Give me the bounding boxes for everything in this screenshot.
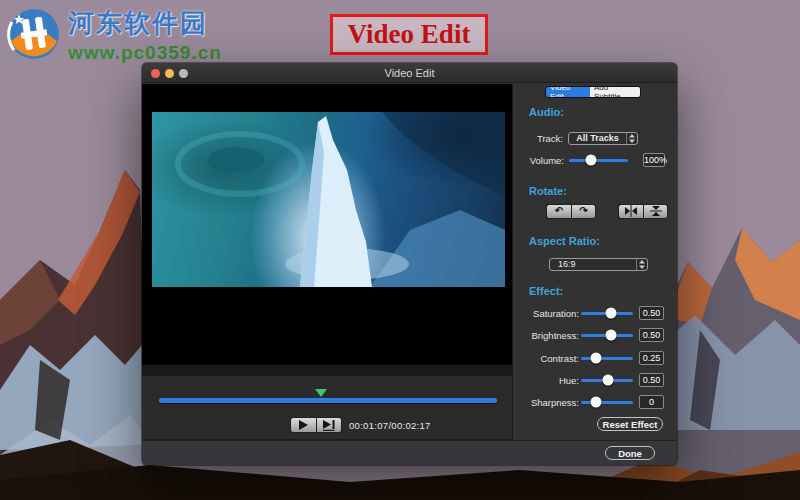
play-icon [299,420,308,430]
hue-label: Hue: [514,375,579,386]
site-name: 河东软件园 [68,6,222,41]
saturation-label: Saturation: [514,308,579,319]
effect-heading: Effect: [529,285,563,297]
stepper-arrows-icon [626,133,637,144]
aspect-ratio-value: 16:9 [550,259,636,269]
aspect-ratio-select[interactable]: 16:9 [549,258,648,271]
volume-slider-thumb[interactable] [585,155,596,166]
aspect-ratio-heading: Aspect Ratio: [529,235,600,247]
brightness-slider-thumb[interactable] [605,330,616,341]
saturation-value: 0.50 [639,306,664,320]
title-bar[interactable]: Video Edit [142,63,677,83]
contrast-slider-thumb[interactable] [590,353,601,364]
timeline-bar[interactable] [159,398,497,403]
hue-slider-thumb[interactable] [603,375,614,386]
brightness-value: 0.50 [639,328,664,342]
play-button[interactable] [290,417,316,433]
flip-vertical-icon [650,205,662,217]
flip-vertical-button[interactable] [643,204,668,219]
site-logo-icon [6,6,62,62]
track-select[interactable]: All Tracks [568,132,638,145]
contrast-value: 0.25 [639,351,664,365]
timeline[interactable] [142,376,512,413]
video-preview [142,84,512,365]
saturation-slider[interactable] [581,307,633,319]
sharpness-slider[interactable] [581,396,633,408]
timecode: 00:01:07/00:02:17 [349,420,431,431]
brightness-slider[interactable] [581,329,633,341]
volume-label: Volume: [514,155,564,166]
brightness-label: Brightness: [514,330,579,341]
done-button[interactable]: Done [605,446,655,460]
panel-tabs: Video Edit Add Subtitle [545,86,641,98]
app-window: Video Edit [142,63,677,465]
rotate-left-button[interactable]: ↶ [546,204,571,219]
volume-value: 100% [643,153,665,167]
track-select-value: All Tracks [569,133,626,143]
tab-video-edit[interactable]: Video Edit [546,87,590,97]
flip-horizontal-icon [624,205,638,217]
playhead-marker[interactable] [315,389,327,397]
rotate-heading: Rotate: [529,185,567,197]
video-frame-ice-cave [152,112,505,287]
hue-value: 0.50 [639,373,664,387]
volume-slider[interactable] [569,154,628,166]
play-to-end-icon [323,420,335,431]
rotate-right-button[interactable]: ↷ [571,204,596,219]
sharpness-label: Sharpness: [514,397,579,408]
rotate-right-icon: ↷ [579,206,587,216]
rotate-left-icon: ↶ [555,206,563,216]
contrast-label: Contrast: [514,353,579,364]
tab-add-subtitle[interactable]: Add Subtitle [590,87,640,97]
contrast-slider[interactable] [581,352,633,364]
site-watermark: 河东软件园 www.pc0359.cn [6,6,222,64]
reset-effect-button[interactable]: Reset Effect [597,417,663,431]
stepper-arrows-icon [636,259,647,270]
hue-slider[interactable] [581,374,633,386]
sharpness-slider-thumb[interactable] [590,397,601,408]
sharpness-value: 0 [639,395,664,409]
flip-horizontal-button[interactable] [618,204,643,219]
site-url: www.pc0359.cn [68,42,222,64]
saturation-slider-thumb[interactable] [605,308,616,319]
page-title-banner: Video Edit [330,14,488,55]
track-label: Track: [514,133,563,144]
audio-heading: Audio: [529,106,564,118]
play-selection-button[interactable] [316,417,342,433]
window-title: Video Edit [142,67,677,79]
